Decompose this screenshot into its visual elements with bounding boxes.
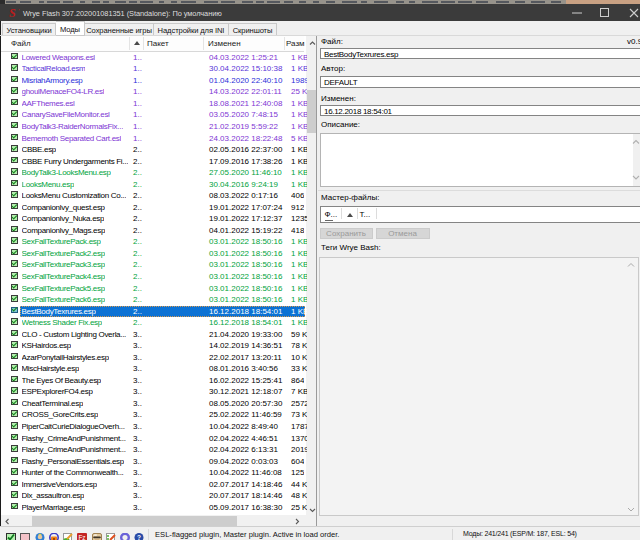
svg-text:Fz: Fz (78, 534, 85, 540)
svg-text:?: ? (137, 534, 141, 540)
